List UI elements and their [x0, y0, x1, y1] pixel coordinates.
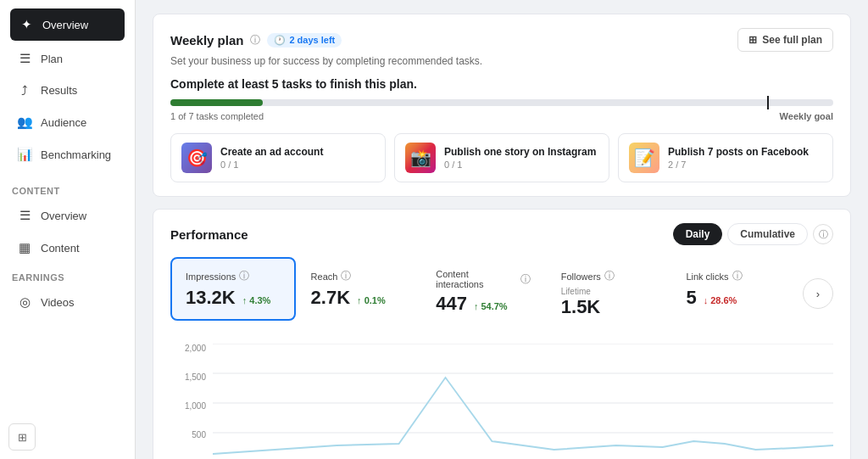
interactions-value-row: 447 ↑ 54.7% [436, 293, 531, 315]
y-label-1000: 1,000 [170, 401, 213, 411]
task-ad-icon: 🎯 [181, 143, 212, 173]
title-row: Weekly plan ⓘ 🕐 2 days left [170, 33, 342, 48]
chart-line [213, 378, 833, 454]
metric-content-interactions[interactable]: Content interactions ⓘ 447 ↑ 54.7% [420, 257, 546, 327]
sidebar-item-audience[interactable]: 👥 Audience [5, 106, 130, 138]
chart-y-labels: 2,000 1,500 1,000 500 [170, 344, 213, 459]
tab-cumulative[interactable]: Cumulative [727, 223, 808, 245]
reach-value: 2.7K [311, 287, 350, 309]
task-ad-name: Create an ad account [220, 146, 375, 158]
task-facebook-posts[interactable]: 📝 Publish 7 posts on Facebook 2 / 7 [618, 133, 833, 182]
reach-value-row: 2.7K ↑ 0.1% [311, 287, 406, 309]
sidebar-item-results[interactable]: ⤴ Results [5, 75, 130, 106]
task-instagram-story[interactable]: 📸 Publish one story on Instagram 0 / 1 [394, 133, 609, 182]
sidebar-item-plan[interactable]: ☰ Plan [5, 42, 130, 75]
plan-icon: ☰ [17, 51, 32, 66]
chart-svg [213, 344, 833, 459]
sidebar-toggle-button[interactable]: ⊞ [8, 423, 36, 451]
content-overview-icon: ☰ [17, 208, 32, 223]
task-instagram-icon: 📸 [405, 143, 436, 173]
link-clicks-change: ↓ 28.6% [704, 295, 737, 305]
performance-info-button[interactable]: ⓘ [813, 224, 833, 244]
followers-sublabel: Lifetime [561, 287, 656, 296]
task-instagram-name: Publish one story on Instagram [444, 146, 598, 158]
impressions-info-icon[interactable]: ⓘ [239, 269, 249, 283]
interactions-value: 447 [436, 293, 467, 315]
metric-link-clicks[interactable]: Link clicks ⓘ 5 ↓ 28.6% [670, 257, 796, 321]
impressions-change: ↑ 4.3% [242, 295, 271, 305]
content-interactions-label: Content interactions ⓘ [436, 269, 531, 289]
metrics-row: Impressions ⓘ 13.2K ↑ 4.3% Reach ⓘ [170, 257, 833, 330]
clock-icon: 🕐 [274, 35, 286, 46]
followers-label: Followers ⓘ [561, 269, 656, 283]
task-instagram-progress: 0 / 1 [444, 160, 598, 170]
interactions-change: ↑ 54.7% [474, 301, 508, 311]
sidebar: ✦ Overview ☰ Plan ⤴ Results 👥 Audience 📊… [0, 0, 136, 459]
videos-icon: ◎ [17, 294, 32, 310]
weekly-plan-info-icon[interactable]: ⓘ [250, 33, 260, 48]
sidebar-item-content-content[interactable]: ▦ Content [5, 232, 130, 264]
chart-area: 2,000 1,500 1,000 500 [170, 344, 833, 459]
progress-labels: 1 of 7 tasks completed Weekly goal [170, 111, 833, 121]
grid-icon: ⊞ [748, 34, 757, 46]
sidebar-item-benchmarking[interactable]: 📊 Benchmarking [5, 138, 130, 171]
impressions-value: 13.2K [186, 287, 236, 309]
tasks-row: 🎯 Create an ad account 0 / 1 📸 Publish o… [170, 133, 833, 182]
results-icon: ⤴ [17, 83, 32, 98]
progress-bar-fill [170, 99, 263, 106]
performance-title: Performance [170, 227, 248, 242]
task-facebook-icon: 📝 [629, 143, 659, 173]
progress-bar-container [170, 99, 833, 106]
sidebar-item-overview[interactable]: ✦ Overview [10, 8, 125, 41]
plan-heading: Complete at least 5 tasks to finish this… [170, 77, 833, 91]
followers-value: 1.5K [561, 296, 600, 318]
metrics-next-button[interactable]: › [803, 278, 833, 309]
overview-icon: ✦ [19, 17, 34, 32]
interactions-info-icon[interactable]: ⓘ [520, 272, 531, 287]
content-area: Weekly plan ⓘ 🕐 2 days left ⊞ See full p… [136, 0, 868, 459]
days-left-badge: 🕐 2 days left [267, 33, 342, 48]
tab-daily[interactable]: Daily [673, 223, 723, 245]
weekly-plan-header: Weekly plan ⓘ 🕐 2 days left ⊞ See full p… [170, 28, 833, 52]
goal-marker [767, 96, 769, 109]
content-icon: ▦ [17, 240, 32, 255]
main-content: Weekly plan ⓘ 🕐 2 days left ⊞ See full p… [136, 0, 868, 459]
followers-value-row: 1.5K [561, 296, 656, 318]
content-section-label: Content [0, 177, 135, 199]
task-facebook-progress: 2 / 7 [668, 160, 822, 170]
metric-followers[interactable]: Followers ⓘ Lifetime 1.5K [546, 257, 671, 330]
see-full-plan-button[interactable]: ⊞ See full plan [737, 28, 833, 52]
impressions-label: Impressions ⓘ [186, 269, 281, 283]
task-instagram-info: Publish one story on Instagram 0 / 1 [444, 146, 598, 170]
task-facebook-name: Publish 7 posts on Facebook [668, 146, 822, 158]
benchmarking-icon: 📊 [17, 147, 32, 162]
followers-info-icon[interactable]: ⓘ [604, 269, 615, 283]
weekly-plan-subtitle: Set your business up for success by comp… [170, 55, 833, 67]
metric-impressions[interactable]: Impressions ⓘ 13.2K ↑ 4.3% [170, 257, 296, 321]
y-label-500: 500 [170, 430, 213, 439]
weekly-goal-label: Weekly goal [780, 111, 833, 121]
sidebar-item-content-overview[interactable]: ☰ Overview [5, 199, 130, 232]
earnings-section-label: Earnings [0, 264, 135, 286]
chart-svg-container [213, 344, 833, 459]
link-clicks-label: Link clicks ⓘ [686, 269, 781, 283]
task-ad-info: Create an ad account 0 / 1 [220, 146, 375, 170]
weekly-plan-card: Weekly plan ⓘ 🕐 2 days left ⊞ See full p… [153, 14, 851, 197]
y-label-2000: 2,000 [170, 344, 213, 353]
tasks-completed-label: 1 of 7 tasks completed [170, 111, 264, 121]
link-clicks-value-row: 5 ↓ 28.6% [686, 287, 781, 309]
link-clicks-info-icon[interactable]: ⓘ [732, 269, 743, 283]
metric-reach[interactable]: Reach ⓘ 2.7K ↑ 0.1% [296, 257, 421, 321]
sidebar-bottom: ⊞ [0, 415, 135, 459]
performance-card: Performance Daily Cumulative ⓘ Impressio… [153, 209, 851, 459]
sidebar-item-videos[interactable]: ◎ Videos [5, 286, 130, 318]
reach-info-icon[interactable]: ⓘ [341, 269, 351, 283]
task-ad-progress: 0 / 1 [220, 160, 375, 170]
performance-tabs: Daily Cumulative ⓘ [673, 223, 833, 245]
link-clicks-value: 5 [686, 287, 696, 309]
reach-label: Reach ⓘ [311, 269, 406, 283]
y-label-1500: 1,500 [170, 372, 213, 382]
weekly-plan-title: Weekly plan [170, 33, 243, 48]
impressions-value-row: 13.2K ↑ 4.3% [186, 287, 281, 309]
task-ad-account[interactable]: 🎯 Create an ad account 0 / 1 [170, 133, 386, 182]
